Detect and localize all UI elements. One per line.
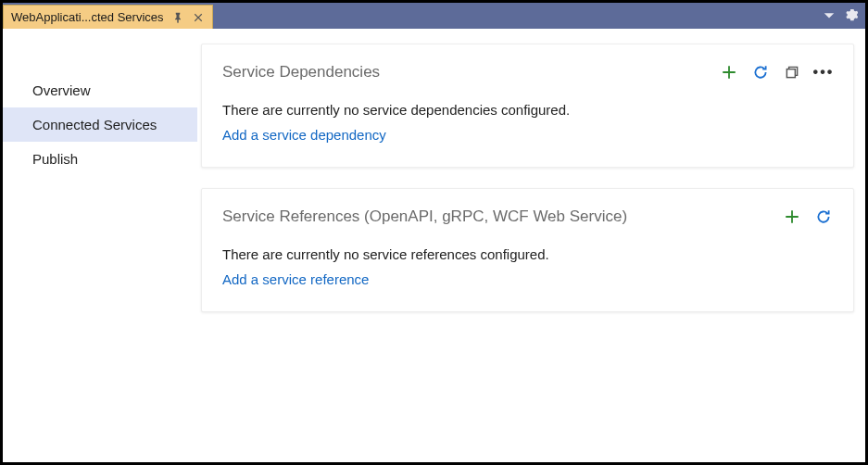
ellipsis-icon[interactable]: ••• [814,63,833,82]
sidebar-item-label: Overview [32,82,91,98]
add-service-reference-link[interactable]: Add a service reference [222,271,833,287]
pin-icon[interactable] [171,11,184,24]
close-icon[interactable] [192,11,205,24]
sidebar-item-label: Publish [32,151,78,167]
tab-title: WebApplicati...cted Services [11,10,164,24]
card-body-text: There are currently no service reference… [222,246,833,262]
svg-rect-0 [786,69,795,78]
window-position-icon[interactable] [821,6,837,23]
card-title: Service Dependencies [222,63,380,82]
card-body-text: There are currently no service dependenc… [222,102,833,118]
service-dependencies-card: Service Dependencies ••• There are curre… [201,44,854,168]
refresh-icon[interactable] [751,63,770,82]
content-area: Service Dependencies ••• There are curre… [197,29,865,462]
sidebar-item-connected-services[interactable]: Connected Services [3,107,197,142]
restore-icon[interactable] [783,63,801,82]
service-references-card: Service References (OpenAPI, gRPC, WCF W… [201,188,854,312]
gear-icon[interactable] [843,6,860,23]
document-tab[interactable]: WebApplicati...cted Services [3,5,213,29]
plus-icon[interactable] [720,63,738,82]
plus-icon[interactable] [783,207,801,226]
card-title: Service References (OpenAPI, gRPC, WCF W… [222,207,627,226]
tab-bar: WebApplicati...cted Services [3,3,865,29]
refresh-icon[interactable] [814,207,833,226]
main-area: Overview Connected Services Publish Serv… [3,29,865,462]
sidebar-item-label: Connected Services [32,117,157,132]
add-service-dependency-link[interactable]: Add a service dependency [222,127,833,143]
sidebar-item-overview[interactable]: Overview [3,73,197,107]
sidebar-item-publish[interactable]: Publish [3,142,197,176]
sidebar: Overview Connected Services Publish [3,29,197,462]
